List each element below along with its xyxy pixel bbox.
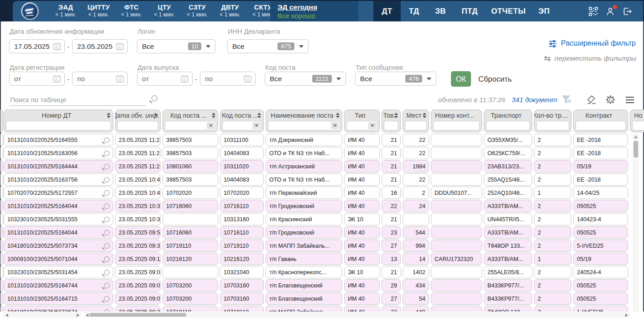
- column-filter-input[interactable]: [222, 121, 262, 130]
- move-filters-link[interactable]: ⇆ переместить фильтры: [544, 54, 636, 63]
- scroll-left-arrow[interactable]: [5, 313, 8, 317]
- inn-select[interactable]: Все 875: [227, 39, 309, 53]
- app-logo-icon[interactable]: [21, 2, 39, 20]
- table-cell[interactable]: 23.05.2025 09:0...: [115, 279, 161, 292]
- table-cell[interactable]: 10703200: [162, 279, 218, 292]
- column-header-12[interactable]: Но: [630, 109, 644, 132]
- table-cell[interactable]: 23.05.2025 10:3...: [115, 200, 161, 212]
- table-cell[interactable]: 434: [403, 279, 429, 292]
- table-cell[interactable]: 23.05.2025 09:1...: [115, 253, 161, 265]
- sort-icon[interactable]: [336, 113, 340, 118]
- horizontal-scrollbar-thumb[interactable]: [89, 313, 186, 317]
- table-cell[interactable]: DDDU50107...: [431, 187, 482, 199]
- tab-ПТД[interactable]: ПТД: [454, 1, 486, 21]
- table-cell[interactable]: [431, 160, 482, 172]
- user-profile-icon[interactable]: [605, 6, 615, 16]
- scroll-right-arrow[interactable]: [77, 313, 79, 317]
- column-filter-input[interactable]: [268, 121, 340, 130]
- table-cell[interactable]: О355ХМ35/...: [484, 134, 532, 146]
- table-cell[interactable]: ЕЕ -2018: [573, 147, 628, 159]
- table-cell[interactable]: [431, 240, 482, 252]
- table-cell[interactable]: 2: [403, 187, 429, 199]
- table-cell[interactable]: 255AQ15/46...: [484, 173, 532, 186]
- table-cell[interactable]: 22: [403, 147, 429, 159]
- table-cell[interactable]: 10131010/220525/5164555: [4, 134, 113, 146]
- column-filter-input[interactable]: [165, 121, 216, 130]
- ed-today-block[interactable]: ЭД сегодня Все хорошо: [270, 1, 358, 21]
- table-cell[interactable]: 544: [403, 226, 429, 239]
- menu-hamburger-icon[interactable]: [625, 96, 634, 104]
- table-cell[interactable]: ИМ 40: [344, 173, 380, 186]
- column-filter-input[interactable]: [536, 121, 569, 130]
- table-cell[interactable]: ОТО и ТК N3 т/п Наб...: [266, 173, 342, 186]
- table-cell[interactable]: т/п Красноперекопс...: [266, 266, 342, 278]
- column-header-4[interactable]: Наименование поста: [266, 109, 342, 132]
- post-code-select[interactable]: Все 1121: [265, 72, 346, 86]
- table-cell[interactable]: 10131010/220525/5164044: [4, 226, 113, 239]
- filter-dropdown-caret[interactable]: [331, 122, 339, 129]
- table-cell[interactable]: 10702020: [220, 187, 264, 199]
- table-cell[interactable]: CARU1732320: [431, 253, 482, 265]
- table-cell[interactable]: 23АВ313/23...: [484, 160, 532, 172]
- table-cell[interactable]: 10404083: [220, 173, 264, 186]
- clear-filters-eraser-icon[interactable]: [586, 95, 597, 104]
- column-header-10[interactable]: Кол-во тр....: [534, 109, 571, 132]
- table-cell[interactable]: 23.05.2025 09:0...: [115, 266, 161, 278]
- document-count-link[interactable]: 341 документ: [512, 96, 557, 104]
- table-cell[interactable]: 140423-4: [573, 213, 628, 225]
- table-cell[interactable]: ЕЕ -2018: [573, 134, 628, 146]
- filter-dropdown-caret[interactable]: [207, 122, 215, 129]
- main-scrollbar-track[interactable]: [84, 312, 630, 318]
- row-search-icon[interactable]: [104, 243, 110, 249]
- table-cell[interactable]: 1: [534, 187, 571, 199]
- tab-ОТЧЕТЫ[interactable]: ОТЧЕТЫ: [486, 1, 531, 21]
- table-cell[interactable]: [162, 213, 218, 225]
- column-header-2[interactable]: Код поста ...: [162, 109, 218, 132]
- table-cell[interactable]: 994: [403, 240, 429, 252]
- ed-today-title[interactable]: ЭД сегодня: [277, 3, 358, 11]
- nav-status-ЦТУ[interactable]: ЦТУ< 1 мин.: [148, 1, 181, 21]
- frozen-columns-scrollbar-track[interactable]: [4, 312, 81, 318]
- column-filter-input[interactable]: [384, 121, 398, 130]
- row-search-icon[interactable]: [104, 217, 110, 222]
- table-cell[interactable]: 10216120: [220, 253, 264, 265]
- column-filter-input[interactable]: [486, 121, 530, 130]
- table-cell[interactable]: 29: [382, 279, 401, 292]
- table-cell[interactable]: 23.05.2025 09:3...: [115, 240, 161, 252]
- table-cell[interactable]: 10009100/230525/5071044: [4, 253, 113, 265]
- table-cell[interactable]: 2: [534, 240, 571, 252]
- table-cell[interactable]: 10716110: [220, 226, 264, 239]
- calendar-icon[interactable]: [181, 75, 188, 83]
- table-cell[interactable]: 10311100: [220, 134, 264, 146]
- table-cell[interactable]: 23.05.2025 10:3...: [115, 213, 161, 225]
- search-icon[interactable]: [152, 95, 157, 103]
- table-cell[interactable]: т/п Благовещенский: [266, 292, 342, 305]
- table-cell[interactable]: 10719110: [220, 240, 264, 252]
- table-cell[interactable]: 05/19: [573, 253, 628, 265]
- row-search-icon[interactable]: [104, 256, 110, 262]
- table-cell[interactable]: 2: [534, 134, 571, 146]
- calendar-icon[interactable]: [116, 75, 124, 83]
- table-cell[interactable]: 2: [534, 173, 571, 186]
- reg-date-from-field[interactable]: от: [9, 72, 65, 86]
- table-cell[interactable]: 05/19: [573, 160, 628, 172]
- table-cell[interactable]: [431, 200, 482, 212]
- filter-dropdown-caret[interactable]: [252, 122, 260, 129]
- tab-ЭП[interactable]: ЭП: [531, 1, 557, 21]
- table-cell[interactable]: 10703160: [220, 279, 264, 292]
- column-header-9[interactable]: Транспорт: [484, 109, 532, 132]
- table-cell[interactable]: 2: [534, 266, 571, 278]
- table-cell[interactable]: 10323010/230525/5031454: [4, 266, 113, 278]
- release-date-from-field[interactable]: от: [137, 72, 193, 86]
- table-cell[interactable]: ИМ 40: [344, 279, 380, 292]
- table-cell[interactable]: ИМ 40: [344, 226, 380, 239]
- table-cell[interactable]: 23.05.2025 09:0...: [115, 292, 161, 305]
- table-cell[interactable]: 21: [382, 266, 401, 278]
- table-cell[interactable]: [162, 266, 218, 278]
- filter-dropdown-caret[interactable]: [368, 122, 376, 129]
- column-header-3[interactable]: Код поста ...: [220, 109, 264, 132]
- table-cell[interactable]: ИМ 40: [344, 160, 380, 172]
- login-select[interactable]: Все 10: [137, 39, 215, 53]
- table-cell[interactable]: т/п Благовещенский: [266, 279, 342, 292]
- table-search-input[interactable]: [9, 94, 146, 106]
